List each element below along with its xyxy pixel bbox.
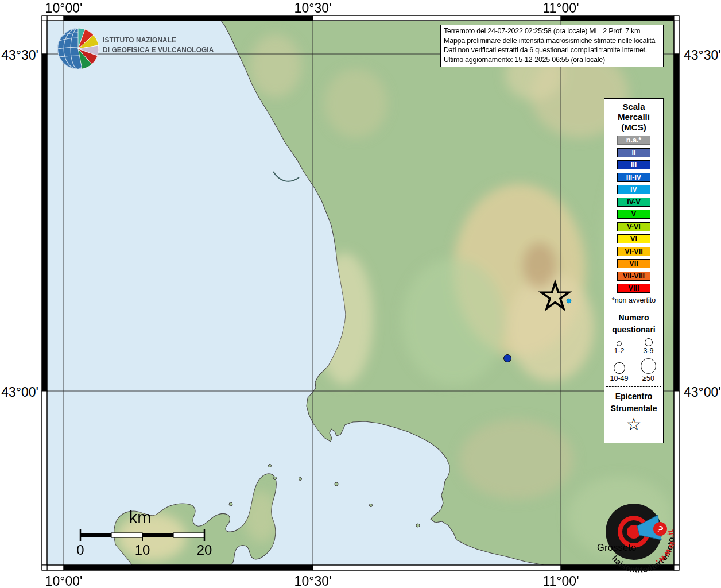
city-label-grosseto: Grosseto: [597, 542, 637, 553]
legend-intensity-chip: III: [617, 160, 650, 169]
lon-label-bottom-1100: 11°00': [521, 574, 601, 588]
info-line-data-source: Dati non verificati estratti da 6 questi…: [444, 45, 660, 55]
questionnaire-size-item: 3-9: [634, 338, 663, 355]
legend-intensity-chip: VII-VIII: [617, 272, 650, 281]
questionnaires-title: Numero questionari: [604, 312, 663, 336]
size-circle-small: [617, 341, 622, 346]
lon-label-top-1000: 10°00': [24, 1, 104, 16]
intensity-scale: n.a.* II III III-IV IV IV-V V V-VI VI VI…: [604, 136, 663, 293]
questionnaire-size-item: 1-2: [604, 338, 634, 355]
legend-intensity-chip: VI: [617, 234, 650, 243]
legend-footnote: *non avvertito: [604, 296, 663, 304]
legend-intensity-chip: VII: [617, 259, 650, 268]
size-circle-large: [614, 362, 625, 374]
legend-intensity-chip: n.a.*: [617, 136, 650, 145]
macroseismic-map-screen: ? haisentitoilterremoto.it www. 10°00' 1…: [0, 0, 721, 588]
legend-intensity-chip: VIII: [617, 284, 650, 293]
legend-intensity-chip: V-VI: [617, 222, 650, 231]
size-circle-xlarge: [641, 358, 656, 374]
questionnaire-size-item: ≥50: [634, 358, 663, 383]
ingv-logo-text: ISTITUTO NAZIONALE DI GEOFISICA E VULCAN…: [103, 35, 214, 55]
legend-separator: [606, 386, 661, 387]
lon-label-top-1100: 11°00': [521, 1, 601, 16]
intensity-dot-iii: [504, 355, 511, 362]
lon-label-top-1030: 10°30': [273, 1, 353, 16]
scale-bar-tick-10: 10: [125, 542, 160, 558]
legend-title: Scala Mercalli (MCS): [604, 102, 663, 133]
lat-label-right-4330: 43°30': [684, 48, 721, 63]
questionnaires-sizes: 1-2 3-9 10-49 ≥50: [604, 338, 663, 383]
legend-separator: [606, 308, 661, 308]
size-label: ≥50: [642, 374, 654, 383]
legend-intensity-chip: IV-V: [617, 198, 650, 207]
legend-intensity-chip: III-IV: [617, 173, 650, 182]
size-circle-medium: [645, 338, 653, 346]
info-line-event: Terremoto del 24-07-2022 02:25:58 (ora l…: [444, 26, 660, 36]
scale-bar-unit: km: [123, 508, 157, 527]
epicenter-star-symbol: ☆: [604, 416, 663, 433]
size-label: 3-9: [643, 347, 653, 355]
legend-intensity-chip: VI-VII: [617, 247, 650, 256]
size-label: 10-49: [610, 374, 629, 383]
size-label: 1-2: [614, 347, 624, 355]
lat-label-right-4300: 43°00': [684, 385, 721, 400]
lat-label-left-4330: 43°30': [0, 48, 38, 63]
legend-intensity-chip: IV: [617, 185, 650, 194]
legend-panel: Scala Mercalli (MCS) n.a.* II III III-IV…: [604, 98, 664, 443]
questionnaire-size-item: 10-49: [604, 358, 634, 383]
lon-label-bottom-1000: 10°00': [24, 574, 104, 588]
scale-bar-tick-20: 20: [187, 542, 222, 558]
earthquake-info-box: Terremoto del 24-07-2022 02:25:58 (ora l…: [440, 25, 664, 67]
intensity-dot-iv: [567, 299, 571, 303]
lat-label-left-4300: 43°00': [0, 385, 38, 400]
lon-label-bottom-1030: 10°30': [273, 574, 353, 588]
info-line-map-type: Mappa preliminare delle intensità macros…: [444, 36, 660, 46]
epicenter-title: Epicentro Strumentale: [604, 390, 663, 415]
ingv-globe-icon: [57, 28, 99, 69]
info-line-updated: Ultimo aggiornamento: 15-12-2025 06:55 (…: [444, 55, 660, 65]
scale-bar-tick-0: 0: [63, 542, 98, 558]
legend-intensity-chip: V: [617, 210, 650, 219]
legend-intensity-chip: II: [617, 148, 650, 157]
